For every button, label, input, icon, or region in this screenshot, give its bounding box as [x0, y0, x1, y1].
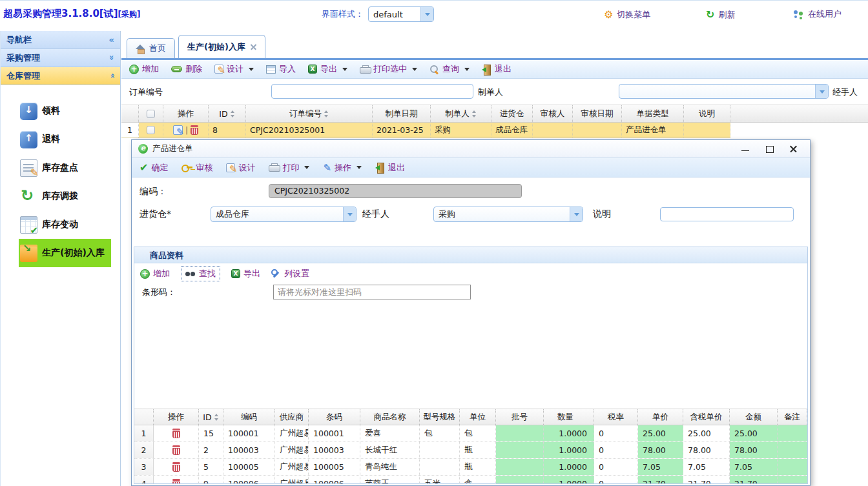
- style-select[interactable]: default: [368, 6, 434, 22]
- col-header-doc-type[interactable]: 单据类型: [622, 105, 684, 122]
- app-title-text: 超易采购管理3.1.8.0[试]: [3, 8, 118, 19]
- col-header-tax[interactable]: 税率: [594, 409, 638, 425]
- order-table-row[interactable]: 1 | 8 CPJC20210325001 2021-03-25 采购 成品仓库…: [121, 123, 730, 138]
- col-header-maker[interactable]: 制单人: [431, 105, 491, 122]
- note-input[interactable]: [660, 207, 794, 221]
- excel-icon: [308, 65, 317, 74]
- item-table-row[interactable]: 2 2 100003 广州超易 100003 长城干红 瓶 1.0000 0 7…: [134, 442, 807, 459]
- tab-production-inbound[interactable]: 生产(初始)入库: [178, 35, 265, 58]
- row-number: 1: [121, 123, 139, 137]
- order-no-input[interactable]: [271, 84, 473, 99]
- col-header-supplier[interactable]: 供应商: [275, 409, 309, 425]
- import-button[interactable]: 导入: [266, 63, 296, 75]
- col-header-batch[interactable]: 批号: [496, 409, 544, 425]
- sidebar-item-material-return[interactable]: 退料: [1, 125, 120, 154]
- key-icon: [181, 164, 192, 171]
- close-tab-icon[interactable]: [251, 44, 256, 50]
- col-header-date[interactable]: 制单日期: [373, 105, 431, 122]
- col-header-barcode[interactable]: 条码: [309, 409, 360, 425]
- edit-row-icon[interactable]: [173, 125, 183, 135]
- app-mode-text: [采购]: [118, 10, 141, 19]
- col-header-id[interactable]: ID: [209, 105, 246, 122]
- code-label: 编码：: [140, 186, 167, 197]
- sidebar-item-stock-transfer[interactable]: 库存调拨: [1, 182, 120, 210]
- app-logo-icon: [138, 144, 148, 154]
- col-header-operation: 操作: [154, 409, 199, 425]
- minimize-icon[interactable]: [741, 145, 749, 153]
- column-settings-button[interactable]: 列设置: [271, 268, 309, 279]
- col-header-amount[interactable]: 金额: [730, 409, 778, 425]
- delete-row-icon[interactable]: [191, 125, 198, 135]
- barcode-input[interactable]: [273, 285, 471, 299]
- print-selected-button[interactable]: 打印选中: [360, 63, 417, 75]
- export-items-button[interactable]: 导出: [231, 268, 260, 279]
- delete-button[interactable]: 删除: [171, 63, 202, 75]
- maximize-icon[interactable]: [765, 145, 773, 153]
- goods-toolbar: 增加 查找 导出 列设置: [134, 263, 807, 284]
- col-header-price-tax[interactable]: 含税单价: [683, 409, 730, 425]
- sidebar-item-production-inbound[interactable]: 生产(初始)入库: [19, 239, 111, 267]
- delete-row-icon[interactable]: [172, 445, 180, 455]
- print-button[interactable]: 打印: [269, 162, 309, 174]
- col-header-name[interactable]: 商品名称: [360, 409, 420, 425]
- exit-button[interactable]: 退出: [482, 63, 512, 75]
- item-table-row[interactable]: 1 15 100001 广州超易 100001 爱喜 包 包 1.0000 0 …: [134, 425, 807, 442]
- check-icon: [140, 161, 148, 174]
- sidebar-item-stock-change[interactable]: 库存变动: [1, 210, 120, 239]
- audit-button[interactable]: 审核: [181, 162, 212, 174]
- col-header-spec[interactable]: 型号规格: [420, 409, 460, 425]
- caret-down-icon: [342, 68, 347, 71]
- maker-select[interactable]: [619, 84, 829, 99]
- row-actions: |: [163, 123, 209, 137]
- refresh-button[interactable]: 刷新: [706, 8, 735, 21]
- dialog-titlebar[interactable]: 产品进仓单: [132, 140, 810, 158]
- col-header-audit-date[interactable]: 审核日期: [573, 105, 622, 122]
- exit-button[interactable]: 退出: [375, 162, 405, 174]
- select-all-checkbox[interactable]: [147, 110, 155, 118]
- delete-row-icon[interactable]: [172, 462, 180, 472]
- col-header-code[interactable]: 编码: [223, 409, 275, 425]
- exit-door-icon: [375, 163, 385, 172]
- delete-row-icon[interactable]: [172, 479, 180, 483]
- actions-button[interactable]: 操作: [323, 162, 362, 174]
- warehouse-select[interactable]: 成品仓库: [211, 207, 356, 222]
- find-item-button[interactable]: 查找: [181, 266, 220, 281]
- item-table-row[interactable]: 4 9 100006 广州超易 100006 芙蓉王 五米 盒 1.0000 0…: [134, 476, 807, 483]
- design-button[interactable]: 设计: [226, 162, 255, 174]
- sidebar-group-purchase[interactable]: 采购管理 »: [1, 49, 120, 67]
- sidebar-item-stocktake[interactable]: 库存盘点: [1, 154, 120, 182]
- col-header-id[interactable]: ID: [199, 409, 223, 425]
- wrench-icon: [271, 269, 281, 279]
- add-item-button[interactable]: 增加: [140, 268, 170, 279]
- col-header-price[interactable]: 单价: [638, 409, 683, 425]
- delete-row-icon[interactable]: [172, 429, 180, 438]
- col-header-note[interactable]: 说明: [684, 105, 730, 122]
- close-icon[interactable]: [789, 145, 797, 153]
- sidebar-item-material-out[interactable]: 领料: [1, 97, 120, 125]
- tab-home[interactable]: 首页: [127, 38, 175, 58]
- chevron-down-icon: [574, 213, 579, 216]
- item-table-row[interactable]: 3 5 100005 广州超易 100005 青岛纯生 瓶 1.0000 0 7…: [134, 459, 807, 476]
- col-header-qty[interactable]: 数量: [544, 409, 594, 425]
- col-header-auditor[interactable]: 审核人: [533, 105, 573, 122]
- users-icon: [793, 10, 804, 19]
- query-button[interactable]: 查询: [429, 63, 470, 75]
- items-table-header: 操作 ID 编码 供应商 条码 商品名称 型号规格 单位 批号 数量 税率 单价…: [134, 409, 807, 425]
- collapse-sidebar-icon[interactable]: «: [109, 31, 114, 48]
- add-button[interactable]: 增加: [129, 63, 159, 75]
- toggle-menu-button[interactable]: 切换菜单: [604, 8, 650, 21]
- col-header-unit[interactable]: 单位: [460, 409, 496, 425]
- plus-icon: [129, 65, 139, 74]
- confirm-button[interactable]: 确定: [140, 161, 168, 174]
- design-button[interactable]: 设计: [214, 63, 254, 75]
- caret-down-icon: [356, 166, 362, 169]
- export-button[interactable]: 导出: [308, 63, 347, 75]
- online-users-button[interactable]: 在线用户: [793, 8, 842, 20]
- handler-select[interactable]: 采购: [433, 207, 583, 222]
- col-header-order-no[interactable]: 订单编号: [246, 105, 373, 122]
- sidebar-group-warehouse[interactable]: 仓库管理 »: [1, 67, 120, 85]
- col-header-note[interactable]: 备注: [778, 409, 807, 425]
- col-header-warehouse[interactable]: 进货仓: [491, 105, 533, 122]
- row-checkbox[interactable]: [147, 126, 155, 134]
- dialog-form: 编码： CPJC20210325002 进货仓* 成品仓库 经手人 采购 说明: [132, 177, 810, 247]
